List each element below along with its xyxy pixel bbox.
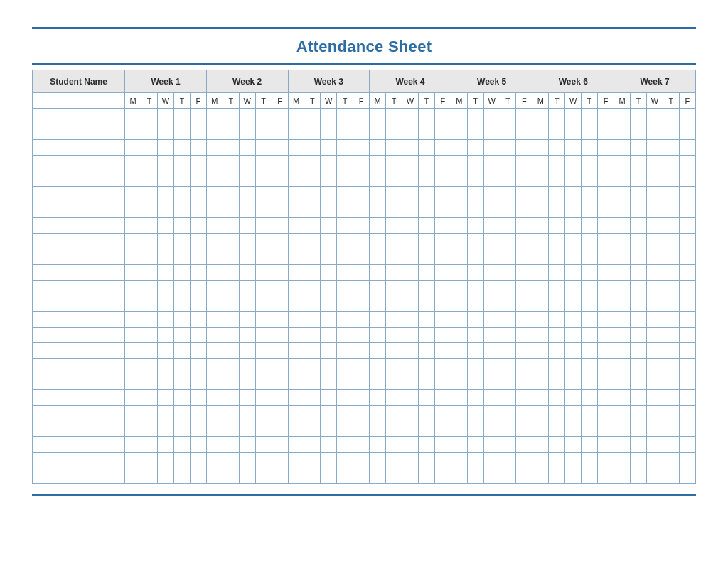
cell-attendance xyxy=(467,124,483,140)
cell-attendance xyxy=(337,218,353,234)
cell-attendance xyxy=(141,218,158,234)
cell-attendance xyxy=(532,343,549,359)
cell-attendance xyxy=(679,249,695,265)
cell-attendance xyxy=(418,140,434,156)
cell-attendance xyxy=(434,218,451,234)
cell-attendance xyxy=(337,187,353,202)
cell-attendance xyxy=(125,343,141,359)
cell-attendance xyxy=(288,156,304,171)
cell-attendance xyxy=(337,124,353,140)
cell-attendance xyxy=(386,265,402,281)
cell-attendance xyxy=(239,234,255,249)
cell-attendance xyxy=(630,202,646,218)
cell-attendance xyxy=(630,421,646,437)
column-header-day: T xyxy=(337,93,353,109)
cell-attendance xyxy=(370,109,386,124)
cell-attendance xyxy=(532,265,549,281)
cell-attendance xyxy=(418,406,434,421)
cell-attendance xyxy=(582,109,598,124)
cell-attendance xyxy=(582,171,598,187)
cell-attendance xyxy=(173,374,190,390)
cell-attendance xyxy=(402,437,418,453)
cell-attendance xyxy=(565,187,582,202)
cell-attendance xyxy=(483,359,500,374)
cell-attendance xyxy=(434,249,451,265)
cell-attendance xyxy=(353,187,370,202)
cell-attendance xyxy=(272,187,288,202)
cell-attendance xyxy=(646,218,663,234)
column-header-week: Week 7 xyxy=(614,70,696,93)
cell-attendance xyxy=(304,406,321,421)
cell-attendance xyxy=(434,202,451,218)
cell-attendance xyxy=(630,312,646,328)
cell-attendance xyxy=(141,374,158,390)
cell-attendance xyxy=(614,234,631,249)
cell-attendance xyxy=(418,281,434,296)
cell-attendance xyxy=(158,124,174,140)
cell-attendance xyxy=(679,374,695,390)
cell-student-name xyxy=(33,374,125,390)
cell-attendance xyxy=(272,140,288,156)
cell-attendance xyxy=(223,312,239,328)
cell-attendance xyxy=(663,265,679,281)
cell-attendance xyxy=(386,468,402,484)
cell-attendance xyxy=(386,421,402,437)
cell-student-name xyxy=(33,281,125,296)
cell-attendance xyxy=(467,202,483,218)
cell-attendance xyxy=(630,234,646,249)
column-header-day: M xyxy=(370,93,386,109)
cell-attendance xyxy=(288,406,304,421)
cell-attendance xyxy=(158,265,174,281)
cell-attendance xyxy=(125,374,141,390)
cell-attendance xyxy=(451,202,467,218)
cell-attendance xyxy=(158,171,174,187)
cell-attendance xyxy=(614,171,631,187)
cell-attendance xyxy=(614,374,631,390)
table-row xyxy=(33,234,696,249)
cell-attendance xyxy=(125,202,141,218)
cell-attendance xyxy=(190,437,206,453)
cell-attendance xyxy=(141,343,158,359)
cell-attendance xyxy=(304,343,321,359)
cell-attendance xyxy=(386,406,402,421)
cell-attendance xyxy=(255,406,272,421)
cell-attendance xyxy=(288,343,304,359)
cell-attendance xyxy=(565,140,582,156)
cell-attendance xyxy=(451,437,467,453)
cell-attendance xyxy=(565,421,582,437)
cell-attendance xyxy=(516,265,532,281)
cell-attendance xyxy=(598,359,614,374)
cell-attendance xyxy=(353,140,370,156)
cell-attendance xyxy=(125,359,141,374)
cell-attendance xyxy=(255,281,272,296)
cell-attendance xyxy=(565,281,582,296)
cell-attendance xyxy=(663,343,679,359)
cell-attendance xyxy=(206,421,223,437)
cell-attendance xyxy=(614,140,631,156)
cell-attendance xyxy=(582,187,598,202)
cell-attendance xyxy=(353,468,370,484)
cell-attendance xyxy=(206,374,223,390)
cell-attendance xyxy=(500,234,516,249)
cell-attendance xyxy=(434,453,451,468)
cell-attendance xyxy=(386,390,402,406)
cell-attendance xyxy=(206,109,223,124)
cell-attendance xyxy=(321,312,337,328)
cell-attendance xyxy=(206,296,223,312)
cell-attendance xyxy=(402,109,418,124)
cell-attendance xyxy=(402,359,418,374)
cell-attendance xyxy=(353,343,370,359)
cell-attendance xyxy=(630,437,646,453)
cell-attendance xyxy=(125,156,141,171)
cell-attendance xyxy=(206,202,223,218)
column-header-day: W xyxy=(483,93,500,109)
cell-attendance xyxy=(483,343,500,359)
cell-attendance xyxy=(451,281,467,296)
cell-attendance xyxy=(598,312,614,328)
cell-attendance xyxy=(304,109,321,124)
cell-attendance xyxy=(646,281,663,296)
cell-attendance xyxy=(173,109,190,124)
cell-attendance xyxy=(370,453,386,468)
cell-attendance xyxy=(418,249,434,265)
cell-attendance xyxy=(467,406,483,421)
